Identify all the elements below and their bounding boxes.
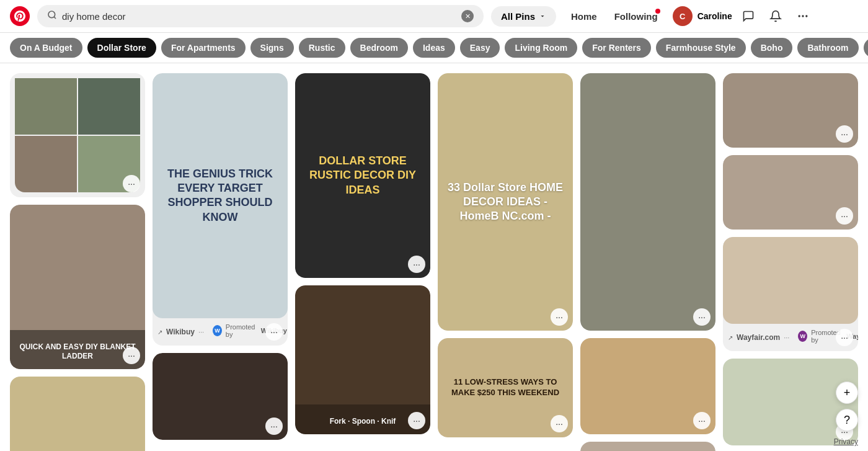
zoom-in-button[interactable]: +	[836, 382, 858, 404]
pins-grid: ···QUICK AND EASY DIY BLANKET LADDER····…	[0, 63, 868, 451]
pin-card[interactable]: ···	[723, 73, 858, 148]
search-clear-button[interactable]: ✕	[461, 10, 474, 22]
all-pins-label: All Pins	[501, 11, 535, 22]
pin-text-overlay: 33 Dollar Store HOME DECOR IDEAS - HomeB…	[445, 180, 566, 223]
more-options-button[interactable]	[792, 5, 814, 27]
pin-card[interactable]: ···	[580, 73, 715, 331]
category-bathroom[interactable]: Bathroom	[797, 38, 858, 58]
pin-card[interactable]: ···	[580, 338, 715, 434]
user-name[interactable]: Caroline	[698, 11, 732, 21]
zoom-out-button[interactable]: ?	[836, 409, 858, 431]
pin-card[interactable]: ···	[580, 442, 715, 451]
category-farmhouse[interactable]: Farmhouse Style	[656, 38, 746, 58]
pin-card[interactable]: 33 Dollar Store HOME DECOR IDEAS - HomeB…	[438, 73, 573, 331]
category-for_renters[interactable]: For Renters	[582, 38, 651, 58]
pin-card[interactable]: ···	[10, 73, 145, 197]
pin-text-overlay: DOLLAR STORE RUSTIC DECOR DIY IDEAS	[302, 154, 423, 197]
search-icon	[47, 10, 57, 22]
pin-more-button[interactable]: ···	[836, 207, 853, 225]
pinterest-logo[interactable]	[10, 6, 30, 26]
avatar[interactable]: C	[673, 6, 693, 26]
category-budget[interactable]: On A Budget	[10, 38, 82, 58]
privacy-link[interactable]: Privacy	[834, 437, 858, 446]
pin-more-button[interactable]: ···	[551, 308, 568, 326]
category-living_room[interactable]: Living Room	[505, 38, 577, 58]
pin-text-overlay: THE GENIUS TRICK EVERY TARGET SHOPPER SH…	[159, 167, 281, 225]
pin-card[interactable]: ··· ↗ Wayfair.com ··· W Promoted by Wayf…	[723, 237, 858, 351]
pin-more-button[interactable]: ···	[551, 415, 568, 432]
category-rustic[interactable]: Rustic	[299, 38, 345, 58]
pin-more-button[interactable]: ···	[265, 323, 283, 341]
pin-more-button[interactable]: ···	[408, 256, 425, 273]
pin-text-overlay: 11 LOW-STRESS WAYS TO MAKE $250 THIS WEE…	[445, 377, 566, 398]
bottom-controls: + ?	[836, 382, 858, 431]
source-name: Wikibuy	[166, 328, 195, 336]
category-ideas[interactable]: Ideas	[413, 38, 455, 58]
category-kitchen[interactable]: Kitchen	[864, 38, 868, 58]
nav-links: Home Following	[564, 6, 665, 27]
pin-card[interactable]: 11 LOW-STRESS WAYS TO MAKE $250 THIS WEE…	[438, 338, 573, 437]
svg-point-3	[805, 15, 807, 17]
all-pins-button[interactable]: All Pins	[491, 6, 556, 27]
pin-more-button[interactable]: ···	[123, 347, 140, 364]
home-link[interactable]: Home	[564, 6, 604, 27]
pin-more-button[interactable]: ···	[693, 412, 711, 429]
svg-point-2	[802, 15, 804, 17]
pin-more-button[interactable]: ···	[836, 125, 853, 143]
category-easy[interactable]: Easy	[460, 38, 500, 58]
notification-dot	[655, 9, 660, 14]
categories-bar: On A BudgetDollar StoreFor ApartmentsSig…	[0, 33, 868, 63]
category-apartments[interactable]: For Apartments	[161, 38, 246, 58]
category-dollar_store[interactable]: Dollar Store	[87, 38, 156, 58]
category-signs[interactable]: Signs	[250, 38, 294, 58]
search-bar: ✕	[37, 5, 484, 27]
pin-card[interactable]: THE GENIUS TRICK EVERY TARGET SHOPPER SH…	[153, 73, 288, 346]
pin-card[interactable]: Fork · Spoon · Knif···	[295, 285, 430, 434]
search-input[interactable]	[62, 11, 456, 22]
svg-point-0	[48, 11, 55, 18]
pin-card[interactable]: QUICK AND EASY DIY BLANKET LADDER···	[10, 205, 145, 369]
pin-more-button[interactable]: ···	[693, 308, 711, 326]
svg-point-1	[798, 15, 800, 17]
category-bedroom[interactable]: Bedroom	[350, 38, 408, 58]
pin-card[interactable]: ···	[723, 155, 858, 230]
pin-card[interactable]: ···	[10, 377, 145, 451]
pin-more-button[interactable]: ···	[408, 412, 425, 429]
messages-button[interactable]	[737, 5, 760, 27]
pin-card[interactable]: ···	[153, 353, 288, 440]
notifications-button[interactable]	[764, 5, 787, 27]
pin-more-button[interactable]: ···	[836, 329, 853, 346]
source-name: Wayfair.com	[737, 333, 780, 342]
pin-card[interactable]: DOLLAR STORE RUSTIC DECOR DIY IDEAS···	[295, 73, 430, 278]
following-link[interactable]: Following	[607, 6, 665, 27]
pin-more-button[interactable]: ···	[265, 418, 283, 435]
category-boho[interactable]: Boho	[751, 38, 793, 58]
header: ✕ All Pins Home Following C Caroline	[0, 0, 868, 33]
pin-more-button[interactable]: ···	[123, 175, 140, 192]
